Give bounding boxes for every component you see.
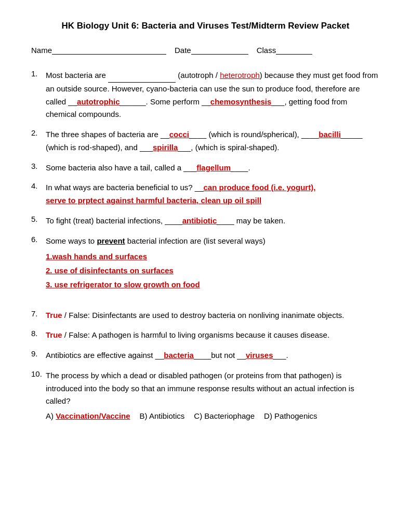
question-number: 1. xyxy=(31,69,46,78)
name-label: Name xyxy=(31,46,52,55)
choice-item: D) Pathogenics xyxy=(264,410,317,423)
question-number: 4. xyxy=(31,181,46,190)
question-item: 5.To fight (treat) bacterial infections,… xyxy=(31,215,380,228)
question-number: 3. xyxy=(31,162,46,170)
question-body: True / False: Disinfectants are used to … xyxy=(46,309,380,322)
question-body: True / False: A pathogen is harmful to l… xyxy=(46,329,380,342)
name-line xyxy=(52,54,166,55)
list-answer-item: 2. use of disinfectants on surfaces xyxy=(46,264,380,277)
question-body: To fight (treat) bacterial infections, _… xyxy=(46,215,380,228)
question-item: 6.Some ways to prevent bacterial infecti… xyxy=(31,235,380,292)
class-label: Class xyxy=(257,46,276,55)
question-item: 4.In what ways are bacteria beneficial t… xyxy=(31,181,380,207)
question-item: 2.The three shapes of bacteria are __coc… xyxy=(31,128,380,154)
question-number: 10. xyxy=(31,369,46,378)
question-body: The three shapes of bacteria are __cocci… xyxy=(46,128,380,154)
question-number: 9. xyxy=(31,349,46,358)
class-line xyxy=(276,54,312,55)
question-item: 8.True / False: A pathogen is harmful to… xyxy=(31,329,380,342)
question-number: 6. xyxy=(31,235,46,244)
date-label: Date xyxy=(175,46,191,55)
header-row: Name Date Class xyxy=(31,46,380,55)
choice-item: B) Antibiotics xyxy=(140,410,185,423)
question-number: 5. xyxy=(31,215,46,223)
question-item: 9.Antibiotics are effective against __ba… xyxy=(31,349,380,362)
question-number: 8. xyxy=(31,329,46,338)
list-answers: 1.wash hands and surfaces2. use of disin… xyxy=(46,250,380,291)
question-body: Most bacteria are (autotroph / heterotro… xyxy=(46,69,380,121)
question-body: The process by which a dead or disabled … xyxy=(46,369,380,423)
choice-row: A) Vaccination/VaccineB) AntibioticsC) B… xyxy=(46,410,380,423)
question-item: 3.Some bacteria also have a tail, called… xyxy=(31,162,380,175)
choice-item: C) Bacteriophage xyxy=(194,410,255,423)
question-item: 7.True / False: Disinfectants are used t… xyxy=(31,309,380,322)
list-answer-item: 1.wash hands and surfaces xyxy=(46,250,380,263)
page-title: HK Biology Unit 6: Bacteria and Viruses … xyxy=(31,21,380,31)
list-answer-item: 3. use refrigerator to slow growth on fo… xyxy=(46,278,380,291)
question-body: Some ways to prevent bacterial infection… xyxy=(46,235,380,292)
question-item: 1.Most bacteria are (autotroph / heterot… xyxy=(31,69,380,121)
choice-item: A) Vaccination/Vaccine xyxy=(46,410,130,423)
question-body: Antibiotics are effective against __bact… xyxy=(46,349,380,362)
questions-container: 1.Most bacteria are (autotroph / heterot… xyxy=(31,69,380,423)
question-number: 2. xyxy=(31,128,46,137)
question-number: 7. xyxy=(31,309,46,318)
question-body: In what ways are bacteria beneficial to … xyxy=(46,181,380,207)
question-item: 10.The process by which a dead or disabl… xyxy=(31,369,380,423)
date-line xyxy=(191,54,248,55)
question-body: Some bacteria also have a tail, called a… xyxy=(46,162,380,175)
